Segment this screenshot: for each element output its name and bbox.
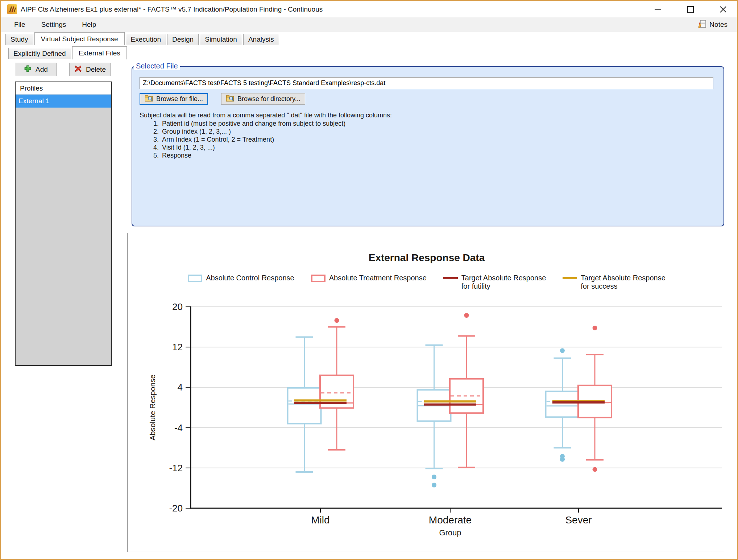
subtab-external-files[interactable]: External Files [72, 46, 127, 59]
tab-simulation[interactable]: Simulation [200, 34, 242, 45]
boxplot-absolute-control-response-moderate [418, 345, 451, 488]
subtab-explicitly-defined[interactable]: Explicitly Defined [8, 48, 71, 59]
add-button[interactable]: Add [15, 63, 57, 76]
x-tick-label: Mild [311, 514, 329, 526]
profiles-list: Profiles External 1 [15, 82, 112, 366]
outlier-point [560, 457, 565, 462]
selected-file-legend: Selected File [134, 62, 180, 70]
chart-legend: Absolute Control ResponseAbsolute Treatm… [128, 274, 726, 291]
legend-item-target-absolute-response: Target Absolute Response for success [563, 274, 666, 291]
y-tick-label: 20 [172, 301, 183, 312]
menu-help[interactable]: Help [74, 17, 104, 32]
legend-item-absolute-control-response: Absolute Control Response [188, 274, 294, 291]
outlier-point [560, 348, 565, 353]
outlier-point [335, 318, 339, 323]
boxplot-absolute-treatment-response-sever [578, 326, 611, 472]
outlier-point [593, 467, 597, 472]
tab-virtual-subject-response[interactable]: Virtual Subject Response [34, 32, 125, 45]
browse-directory-label: Browse for directory... [237, 95, 300, 103]
boxplot-absolute-control-response-mild [288, 337, 321, 472]
add-icon [24, 64, 32, 75]
app-window: AIPF Cts Alzheimers Ex1 plus external* -… [0, 0, 738, 560]
outlier-point [464, 313, 469, 318]
x-tick-label: Moderate [429, 514, 472, 526]
notes-button[interactable]: Notes [697, 17, 727, 32]
menu-bar: FileSettingsHelp Notes [1, 17, 737, 32]
y-tick-label: 4 [178, 382, 183, 393]
minimize-button[interactable] [651, 2, 665, 17]
boxplot-absolute-control-response-sever [546, 348, 579, 461]
file-column-item: Patient id (must be positive and change … [161, 120, 392, 128]
folder-search-icon [226, 94, 235, 104]
file-column-item: Response [161, 151, 392, 159]
chart-panel: 20124-4-12-20MildModerateSeverGroupAbsol… [127, 233, 725, 552]
x-axis-label: Group [439, 528, 461, 537]
target-success-lines [294, 401, 605, 402]
file-column-item: Visit Id (1, 2, 3, ...) [161, 143, 392, 151]
profile-row-external-1[interactable]: External 1 [16, 95, 111, 108]
tab-execution[interactable]: Execution [126, 34, 166, 45]
add-label: Add [36, 66, 48, 74]
boxplot-absolute-treatment-response-mild [320, 318, 353, 450]
menu-file[interactable]: File [6, 17, 33, 32]
y-axis-label: Absolute Response [148, 375, 157, 440]
browse-for-file-button[interactable]: Browse for file... [140, 93, 208, 105]
y-tick-label: -20 [169, 503, 183, 514]
outlier-point [432, 475, 436, 479]
delete-label: Delete [86, 66, 106, 74]
close-button[interactable] [716, 2, 730, 17]
legend-label: Absolute Treatment Response [329, 274, 427, 291]
legend-label: Absolute Control Response [206, 274, 294, 291]
y-tick-label: -4 [174, 422, 183, 433]
window-title: AIPF Cts Alzheimers Ex1 plus external* -… [21, 1, 323, 17]
legend-line-swatch [563, 277, 577, 279]
file-column-item: Arm Index (1 = Control, 2 = Treatment) [161, 135, 392, 143]
legend-item-absolute-treatment-response: Absolute Treatment Response [311, 274, 427, 291]
file-column-item: Group index (1, 2, 3,... ) [161, 128, 392, 135]
legend-label: Target Absolute Response for success [581, 274, 666, 291]
notes-label: Notes [709, 21, 727, 29]
boxplot-absolute-treatment-response-moderate [450, 313, 483, 467]
menu-settings[interactable]: Settings [33, 17, 74, 32]
legend-line-swatch [443, 277, 458, 279]
app-icon [7, 4, 17, 14]
delete-icon [74, 64, 82, 75]
delete-button[interactable]: Delete [69, 63, 111, 76]
maximize-button[interactable] [683, 2, 698, 17]
legend-label: Target Absolute Response for futility [461, 274, 546, 291]
title-bar: AIPF Cts Alzheimers Ex1 plus external* -… [1, 1, 737, 17]
browse-for-directory-button[interactable]: Browse for directory... [221, 93, 305, 105]
tab-study[interactable]: Study [5, 34, 33, 45]
x-tick-label: Sever [565, 514, 592, 526]
notes-icon [697, 19, 707, 30]
series-absolute-control-response [288, 337, 579, 487]
file-path-input[interactable] [140, 77, 713, 89]
chart-title: External Response Data [128, 252, 726, 264]
y-tick-label: -12 [169, 463, 183, 473]
browse-file-label: Browse for file... [156, 95, 203, 103]
outlier-point [593, 326, 597, 330]
y-tick-label: 12 [172, 342, 183, 352]
legend-item-target-absolute-response: Target Absolute Response for futility [443, 274, 546, 291]
profiles-list-header: Profiles [16, 82, 111, 95]
selected-file-groupbox: Selected File Browse for file... [132, 66, 724, 226]
file-format-intro: Subject data will be read from a comma s… [140, 111, 392, 119]
tab-design[interactable]: Design [167, 34, 199, 45]
legend-box-swatch [311, 275, 326, 282]
file-format-description: Subject data will be read from a comma s… [140, 111, 392, 159]
legend-box-swatch [188, 275, 202, 282]
tab-analysis[interactable]: Analysis [243, 34, 279, 45]
outlier-point [432, 483, 436, 488]
folder-search-icon [145, 94, 153, 104]
